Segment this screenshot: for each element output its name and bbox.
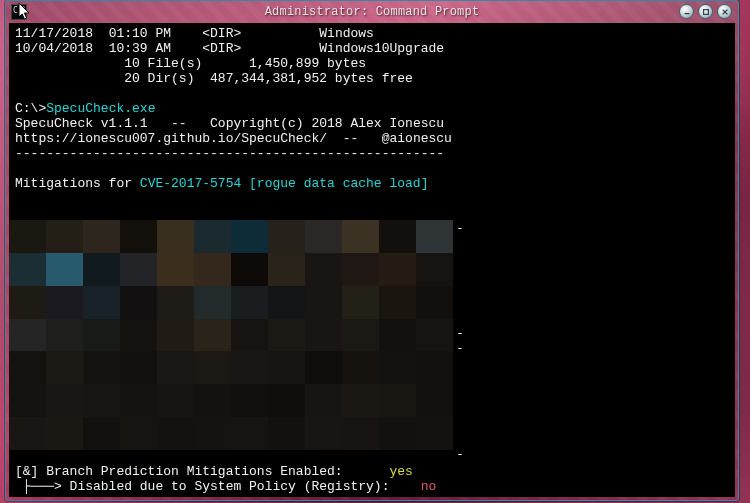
cmd-window: C:\ Administrator: Command Prompt 11/ [5, 0, 739, 501]
prompt-line: C:\>SpecuCheck.exe [15, 101, 155, 116]
section-rule-3: - [456, 340, 464, 355]
mitigations-heading: Mitigations for CVE-2017-5754 [rogue dat… [15, 176, 428, 191]
window-buttons [679, 4, 732, 19]
dir-row-2: 10/04/2018 10:39 AM <DIR> Windows10Upgra… [15, 41, 444, 56]
close-button[interactable] [717, 4, 732, 19]
dir-summary-files: 10 File(s) 1,450,899 bytes [15, 56, 366, 71]
section-rule-1: - [456, 220, 464, 235]
mouse-cursor-icon [18, 2, 32, 22]
titlebar[interactable]: C:\ Administrator: Command Prompt [6, 1, 738, 23]
bp-enabled-line: [&] Branch Prediction Mitigations Enable… [15, 464, 413, 479]
dir-row-1: 11/17/2018 01:10 PM <DIR> Windows [15, 26, 374, 41]
terminal-client-area[interactable]: 11/17/2018 01:10 PM <DIR> Windows 10/04/… [9, 23, 735, 497]
section-rule-2: - [456, 325, 464, 340]
minimize-button[interactable] [679, 4, 694, 19]
redacted-pixelated-region [9, 220, 453, 450]
banner-line-2: https://ionescu007.github.io/SpecuCheck/… [15, 131, 452, 146]
terminal-output: 11/17/2018 01:10 PM <DIR> Windows 10/04/… [9, 23, 735, 193]
svg-rect-1 [703, 9, 708, 14]
desktop-background: C:\ Administrator: Command Prompt 11/ [0, 0, 750, 503]
dir-summary-dirs: 20 Dir(s) 487,344,381,952 bytes free [15, 71, 413, 86]
bp-disabled-policy-line: ├───> Disabled due to System Policy (Reg… [15, 479, 436, 494]
terminal-bottom-lines: [&] Branch Prediction Mitigations Enable… [15, 464, 729, 494]
window-title: Administrator: Command Prompt [265, 5, 480, 19]
banner-line-1: SpecuCheck v1.1.1 -- Copyright(c) 2018 A… [15, 116, 444, 131]
section-rule-4: - [456, 446, 464, 461]
banner-rule: ----------------------------------------… [15, 146, 444, 161]
maximize-button[interactable] [698, 4, 713, 19]
